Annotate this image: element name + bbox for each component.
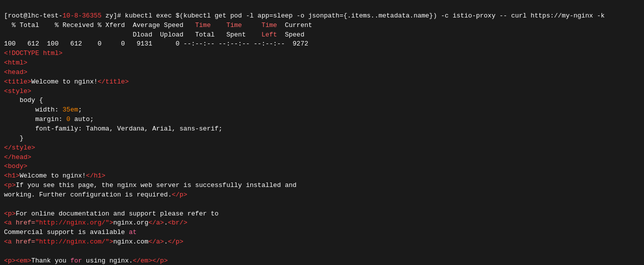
css-width-line: width: 35em; <box>4 106 82 114</box>
css-margin-line: margin: 0 auto; <box>4 116 94 123</box>
head-close-line: </head> <box>4 154 32 161</box>
curl-header-line1: % Total % Received % Xferd Average Speed… <box>4 22 312 29</box>
style-open-line: <style> <box>4 88 32 95</box>
doctype-line: <!DOCTYPE html> <box>4 50 62 57</box>
body-open-line: <body> <box>4 162 28 170</box>
commercial-line: Commercial support is available at <box>4 228 136 236</box>
style-close-line: </style> <box>4 144 35 152</box>
title-line: <title>Welcome to nginx!</title> <box>4 78 129 86</box>
head-open-line: <head> <box>4 68 28 76</box>
p3-line: <p><em>Thank you for using nginx.</em></… <box>4 257 168 264</box>
p1b-line: working. Further configuration is requir… <box>4 191 188 198</box>
a2-line: <a href="http://nginx.com/">nginx.com</a… <box>4 238 184 246</box>
p1-line: <p>If you see this page, the nginx web s… <box>4 182 296 189</box>
a1-line: <a href="http://nginx.org/">nginx.org</a… <box>4 219 188 226</box>
css-body-line: body { <box>4 96 43 104</box>
html-open-line: <html> <box>4 59 28 66</box>
prompt-line: [root@lhc-test-10-8-36355 zy]# kubectl e… <box>4 12 604 20</box>
css-brace-close-line: } <box>4 134 24 142</box>
css-font-line: font-family: Tahoma, Verdana, Arial, san… <box>4 125 222 132</box>
terminal-output: [root@lhc-test-10-8-36355 zy]# kubectl e… <box>0 0 644 265</box>
curl-data-line: 100 612 100 612 0 0 9131 0 --:--:-- --:-… <box>4 40 308 48</box>
p2-line: <p>For online documentation and support … <box>4 210 218 218</box>
h1-line: <h1>Welcome to nginx!</h1> <box>4 172 106 180</box>
curl-header-line2: Dload Upload Total Spent Left Speed <box>4 31 304 38</box>
